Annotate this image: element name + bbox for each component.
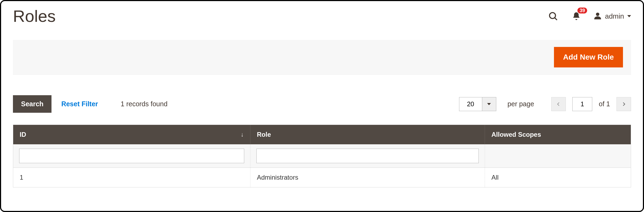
reset-filter-button[interactable]: Reset Filter bbox=[61, 100, 98, 108]
grid-toolbar: Search Reset Filter 1 records found per … bbox=[13, 95, 631, 113]
svg-point-0 bbox=[550, 13, 556, 19]
username-label: admin bbox=[605, 12, 624, 20]
column-header-id[interactable]: ID ↓ bbox=[13, 125, 250, 144]
topbar: Roles 39 bbox=[13, 7, 631, 25]
prev-page-button[interactable] bbox=[551, 97, 566, 111]
svg-point-2 bbox=[596, 13, 600, 16]
top-actions: 39 admin bbox=[547, 10, 631, 22]
filter-role-input[interactable] bbox=[256, 149, 479, 163]
search-button[interactable]: Search bbox=[13, 95, 51, 113]
notifications-badge: 39 bbox=[577, 8, 587, 13]
column-header-label: ID bbox=[20, 131, 26, 138]
user-icon bbox=[594, 12, 602, 21]
filter-id-input[interactable] bbox=[19, 149, 244, 163]
filter-allowed-scopes-cell bbox=[485, 144, 631, 168]
per-page-label: per page bbox=[508, 100, 534, 108]
page-size-control bbox=[459, 97, 496, 111]
notifications-icon[interactable]: 39 bbox=[570, 10, 582, 22]
cell-allowed-scopes: All bbox=[485, 168, 631, 187]
column-header-role[interactable]: Role bbox=[250, 125, 485, 144]
table-row[interactable]: 1 Administrators All bbox=[13, 168, 631, 187]
column-header-label: Role bbox=[257, 131, 271, 138]
total-pages-label: of 1 bbox=[599, 100, 610, 108]
records-found-label: 1 records found bbox=[121, 100, 168, 108]
chevron-down-icon bbox=[487, 103, 491, 105]
page-size-input[interactable] bbox=[459, 97, 482, 111]
cell-role: Administrators bbox=[250, 168, 485, 187]
add-new-role-button[interactable]: Add New Role bbox=[554, 47, 623, 67]
svg-line-1 bbox=[555, 18, 557, 20]
column-header-allowed-scopes[interactable]: Allowed Scopes bbox=[485, 125, 631, 144]
column-header-label: Allowed Scopes bbox=[491, 131, 541, 138]
action-bar: Add New Role bbox=[13, 40, 631, 75]
page-title: Roles bbox=[13, 7, 56, 25]
sort-desc-icon: ↓ bbox=[241, 131, 244, 138]
pager: per page of 1 bbox=[459, 97, 631, 111]
search-icon[interactable] bbox=[547, 10, 559, 22]
cell-id: 1 bbox=[13, 168, 250, 187]
grid-header-row: ID ↓ Role Allowed Scopes bbox=[13, 125, 631, 144]
user-menu[interactable]: admin bbox=[594, 12, 631, 21]
next-page-button[interactable] bbox=[617, 97, 631, 111]
page-size-dropdown[interactable] bbox=[482, 97, 496, 111]
roles-grid: ID ↓ Role Allowed Scopes bbox=[13, 125, 631, 187]
chevron-down-icon bbox=[627, 15, 631, 17]
page-input[interactable] bbox=[572, 97, 592, 111]
grid-filter-row bbox=[13, 144, 631, 168]
